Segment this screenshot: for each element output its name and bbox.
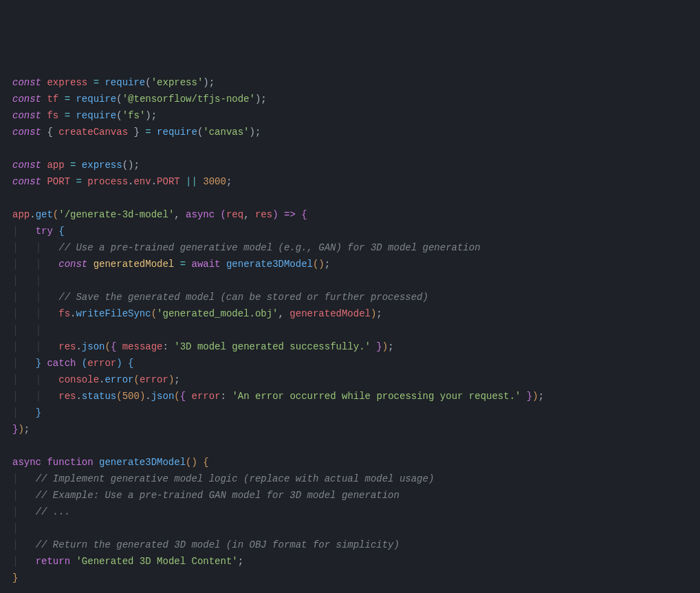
- code-line: // Implement generative model logic (rep…: [18, 473, 434, 484]
- code-line: const PORT = process.env.PORT || 3000;: [12, 176, 232, 187]
- indent-guide: │ │: [12, 325, 41, 336]
- code-line: async function generate3DModel() {: [12, 457, 209, 468]
- code-line: const app = express();: [12, 160, 140, 171]
- code-line: }: [12, 572, 18, 583]
- code-line: console.error(error);: [41, 374, 180, 385]
- code-line: try {: [18, 226, 64, 237]
- code-line: app.get('/generate-3d-model', async (req…: [12, 209, 307, 220]
- code-line: // Use a pre-trained generative model (e…: [41, 242, 481, 253]
- function-name: generate3DModel: [99, 457, 186, 468]
- code-line: const generatedModel = await generate3DM…: [41, 259, 330, 270]
- code-line: // Return the generated 3D model (in OBJ…: [18, 539, 400, 550]
- indent-guide: │ │: [12, 275, 41, 286]
- code-line: // ...: [18, 506, 70, 517]
- code-line: const tf = require('@tensorflow/tfjs-nod…: [12, 94, 267, 105]
- code-line: });: [12, 424, 30, 435]
- string: 'express': [151, 77, 204, 88]
- code-line: }: [18, 407, 41, 418]
- code-line: // Example: Use a pre-trained GAN model …: [18, 490, 400, 501]
- keyword-const: const: [12, 77, 41, 88]
- code-line: } catch (error) {: [18, 358, 133, 369]
- comment: // Use a pre-trained generative model (e…: [58, 242, 480, 253]
- code-line: res.status(500).json({ error: 'An error …: [41, 391, 544, 402]
- identifier: express: [47, 77, 87, 88]
- code-line: const { createCanvas } = require('canvas…: [12, 127, 261, 138]
- code-line: fs.writeFileSync('generated_model.obj', …: [41, 308, 382, 319]
- code-line: return 'Generated 3D Model Content';: [18, 556, 243, 567]
- indent-guide: │: [12, 523, 18, 534]
- code-line: res.json({ message: '3D model generated …: [41, 341, 394, 352]
- code-editor[interactable]: const express = require('express'); cons…: [12, 74, 688, 593]
- fn-require: require: [105, 77, 145, 88]
- code-line: const fs = require('fs');: [12, 110, 157, 121]
- code-line: // Save the generated model (can be stor…: [41, 292, 428, 303]
- code-line: const express = require('express');: [12, 77, 215, 88]
